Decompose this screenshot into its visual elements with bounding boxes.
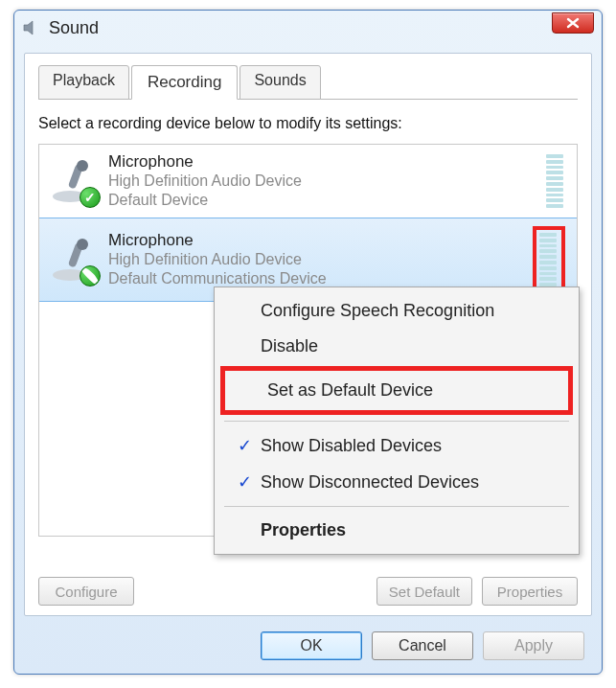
menu-label: Set as Default Device <box>267 380 433 401</box>
window-title: Sound <box>49 18 99 38</box>
button-label: Apply <box>514 637 553 654</box>
device-row[interactable]: ✓ Microphone High Definition Audio Devic… <box>39 145 577 218</box>
menu-label: Disable <box>261 336 318 356</box>
menu-show-disabled[interactable]: ✓ Show Disabled Devices <box>218 427 575 464</box>
check-icon: ✓ <box>238 471 252 493</box>
dialog-client: Playback Recording Sounds Select a recor… <box>24 53 592 616</box>
device-controller-label: High Definition Audio Device <box>108 250 523 269</box>
sound-dialog: Sound Playback Recording Sounds Select a… <box>13 10 603 675</box>
level-meter <box>539 233 557 287</box>
ok-button[interactable]: OK <box>261 631 362 660</box>
menu-label: Properties <box>261 520 346 540</box>
button-label: Properties <box>497 584 562 600</box>
device-controller-label: High Definition Audio Device <box>108 172 536 191</box>
microphone-icon <box>49 235 99 285</box>
device-name-label: Microphone <box>108 231 523 250</box>
menu-label: Show Disabled Devices <box>261 436 442 456</box>
speaker-icon <box>22 18 41 37</box>
button-label: OK <box>300 637 322 654</box>
close-button[interactable] <box>552 12 594 34</box>
svg-marker-0 <box>24 21 33 34</box>
instruction-text: Select a recording device below to modif… <box>38 115 578 132</box>
default-comm-phone-icon <box>80 265 101 287</box>
tab-recording[interactable]: Recording <box>131 65 239 100</box>
tab-sounds[interactable]: Sounds <box>240 65 320 100</box>
device-context-menu: Configure Speech Recognition Disable Set… <box>214 287 580 555</box>
check-icon: ✓ <box>238 435 252 456</box>
menu-configure-speech[interactable]: Configure Speech Recognition <box>218 293 575 329</box>
menu-show-disconnected[interactable]: ✓ Show Disconnected Devices <box>218 464 575 500</box>
button-label: Set Default <box>389 584 460 600</box>
button-label: Configure <box>55 584 117 600</box>
tab-playback[interactable]: Playback <box>38 65 129 100</box>
device-name-label: Microphone <box>108 152 536 172</box>
cancel-button[interactable]: Cancel <box>372 631 473 660</box>
menu-label: Configure Speech Recognition <box>261 301 494 321</box>
microphone-icon: ✓ <box>49 156 99 206</box>
properties-button[interactable]: Properties <box>482 577 578 606</box>
configure-button[interactable]: Configure <box>38 577 134 606</box>
menu-properties[interactable]: Properties <box>218 513 575 548</box>
menu-label: Show Disconnected Devices <box>261 472 479 493</box>
menu-separator <box>224 506 569 507</box>
dialog-button-strip: OK Cancel Apply <box>261 631 584 660</box>
device-status-label: Default Communications Device <box>108 269 523 288</box>
default-check-icon: ✓ <box>80 187 101 208</box>
title-bar: Sound <box>14 11 602 45</box>
tab-strip: Playback Recording Sounds <box>38 65 578 100</box>
level-meter-highlight <box>533 226 565 293</box>
device-status-label: Default Device <box>108 191 536 210</box>
menu-set-default-device[interactable]: Set as Default Device <box>225 371 568 410</box>
menu-disable[interactable]: Disable <box>218 329 575 364</box>
level-meter <box>546 154 563 208</box>
lower-button-bar: Configure Set Default Properties <box>38 577 578 606</box>
device-list: ✓ Microphone High Definition Audio Devic… <box>38 144 578 537</box>
menu-set-default-highlight: Set as Default Device <box>220 366 573 415</box>
menu-separator <box>224 421 569 422</box>
set-default-button[interactable]: Set Default <box>376 577 472 606</box>
svg-point-6 <box>77 239 88 250</box>
svg-point-3 <box>77 160 88 172</box>
apply-button[interactable]: Apply <box>483 631 584 660</box>
button-label: Cancel <box>399 637 446 654</box>
